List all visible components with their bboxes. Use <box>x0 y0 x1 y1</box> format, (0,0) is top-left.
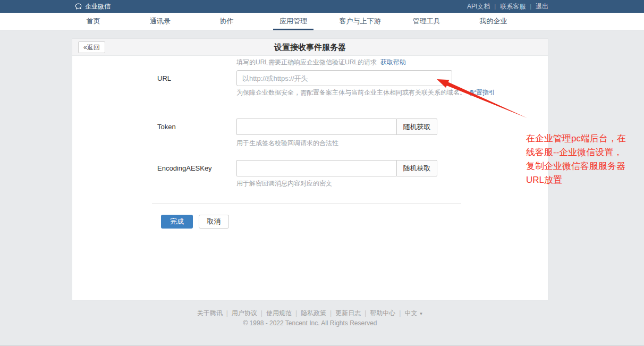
logo-text: 企业微信 <box>85 2 111 11</box>
nav-app-management[interactable]: 应用管理 <box>260 13 326 30</box>
topbar-divider: | <box>530 3 531 10</box>
footer-privacy-policy[interactable]: 隐私政策 <box>301 309 326 317</box>
chat-bubble-icon <box>74 3 82 11</box>
footer-about-tencent[interactable]: 关于腾讯 <box>197 309 223 317</box>
language-label: 中文 <box>404 309 417 317</box>
nav-collaboration[interactable]: 协作 <box>193 13 260 30</box>
arrow-shape <box>437 79 527 118</box>
nav-home[interactable]: 首页 <box>60 13 126 30</box>
footer-usage-rules[interactable]: 使用规范 <box>266 309 292 317</box>
token-hint: 用于生成签名校验回调请求的合法性 <box>236 139 338 148</box>
wework-logo[interactable]: 企业微信 <box>74 0 111 13</box>
cancel-button[interactable]: 取消 <box>199 215 229 229</box>
submit-button[interactable]: 完成 <box>161 215 193 229</box>
active-tab-underline <box>273 29 313 30</box>
footer-divider: | <box>295 309 297 317</box>
token-input[interactable] <box>236 119 396 135</box>
language-dropdown-icon: ▼ <box>419 311 423 316</box>
annotation-note: 在企业管理pc端后台，在 线客服--企业微信设置， 复制企业微信客服服务器 UR… <box>526 132 639 187</box>
nav-my-company[interactable]: 我的企业 <box>460 13 527 30</box>
main-navbar: 首页 通讯录 协作 应用管理 客户与上下游 管理工具 我的企业 <box>0 13 644 30</box>
contact-support-link[interactable]: 联系客服 <box>500 2 526 11</box>
aeskey-hint: 用于解密回调消息内容对应的密文 <box>236 179 332 188</box>
nav-items: 首页 通讯录 协作 应用管理 客户与上下游 管理工具 我的企业 <box>60 13 527 30</box>
footer-changelog[interactable]: 更新日志 <box>335 309 361 317</box>
url-label: URL <box>157 74 171 82</box>
footer-links: 关于腾讯|用户协议|使用规范|隐私政策|更新日志|帮助中心|中文▼ <box>72 309 548 318</box>
topbar-divider: | <box>494 3 496 10</box>
footer-divider: | <box>330 309 332 317</box>
form-divider <box>152 203 461 204</box>
nav-customers[interactable]: 客户与上下游 <box>327 13 393 30</box>
copyright-text: © 1998 - 2022 Tencent Inc. All Rights Re… <box>72 319 548 327</box>
aeskey-random-button[interactable]: 随机获取 <box>396 160 437 176</box>
token-field-group: 随机获取 <box>236 119 437 135</box>
nav-app-management-label: 应用管理 <box>279 17 307 25</box>
topbar-links: API文档 | 联系客服 | 退出 <box>467 0 548 13</box>
page-title: 设置接收事件服务器 <box>72 39 548 56</box>
nav-admin-tools[interactable]: 管理工具 <box>393 13 460 30</box>
token-label: Token <box>157 123 176 131</box>
get-help-link[interactable]: 获取帮助 <box>380 58 406 66</box>
aeskey-field-group: 随机获取 <box>236 160 437 176</box>
language-selector[interactable]: 中文▼ <box>404 309 423 317</box>
footer-divider: | <box>226 309 228 317</box>
back-button[interactable]: «返回 <box>78 41 105 53</box>
card-header: «返回 设置接收事件服务器 <box>72 39 548 56</box>
topbar: 企业微信 API文档 | 联系客服 | 退出 <box>0 0 644 13</box>
annotation-arrow-icon <box>430 74 537 125</box>
url-hint-top: 填写的URL需要正确响应企业微信验证URL的请求获取帮助 <box>236 58 406 67</box>
nav-contacts[interactable]: 通讯录 <box>126 13 193 30</box>
aeskey-input[interactable] <box>236 160 396 176</box>
aeskey-label: EncodingAESKey <box>157 164 212 172</box>
footer-divider: | <box>399 309 401 317</box>
logout-link[interactable]: 退出 <box>536 2 548 11</box>
footer-user-agreement[interactable]: 用户协议 <box>232 309 257 317</box>
footer-help-center[interactable]: 帮助中心 <box>370 309 395 317</box>
footer-divider: | <box>365 309 366 317</box>
footer-divider: | <box>261 309 262 317</box>
url-hint-top-text: 填写的URL需要正确响应企业微信验证URL的请求 <box>236 58 377 66</box>
url-input[interactable] <box>236 70 452 86</box>
api-docs-link[interactable]: API文档 <box>467 2 490 11</box>
